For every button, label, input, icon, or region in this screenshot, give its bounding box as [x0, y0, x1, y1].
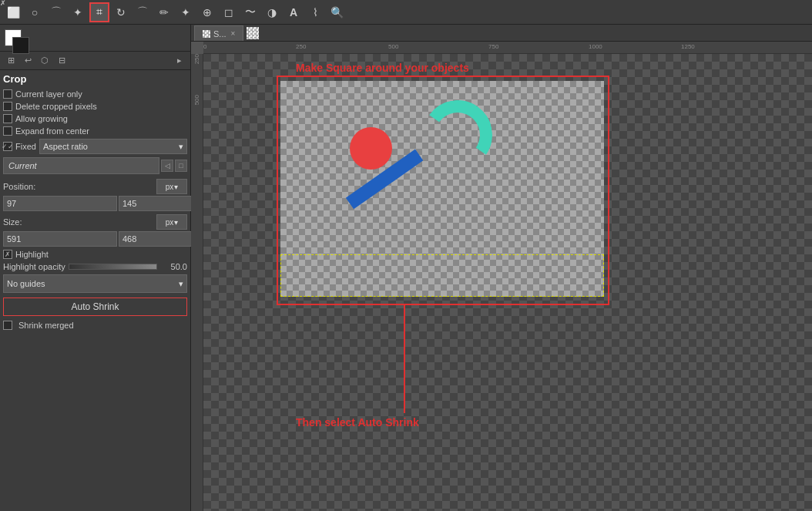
dodge-btn[interactable]: ◑ — [262, 2, 282, 22]
current-layer-label[interactable]: Current layer only — [15, 89, 82, 99]
size-w-input[interactable] — [3, 231, 117, 247]
app-container: ⬜ ○ ⌒ ✦ ⌗ ↻ ⌒ ✏ ✦ ⊕ ◻ 〜 ◑ A ⌇ 🔍 ⊞ — [0, 0, 812, 511]
size-label-row: Size: px ▾ — [3, 214, 187, 230]
shrink-merged-checkbox[interactable] — [3, 321, 12, 330]
highlight-checkbox[interactable]: ✗ — [3, 250, 12, 259]
annotation-line — [404, 305, 405, 413]
fixed-label: Fixed — [15, 142, 36, 151]
canvas-tab-checker[interactable]: S... × — [194, 25, 243, 41]
crop-panel: Crop Current layer only Delete cropped p… — [0, 70, 190, 511]
reset-icon[interactable]: ◁ — [161, 160, 173, 172]
heal-btn[interactable]: ✦ — [176, 2, 196, 22]
crop-selection-box — [280, 254, 604, 297]
canvas-tabs: S... × — [191, 25, 812, 42]
canvas-area: S... × 0 250 500 750 1000 1250 250 — [191, 25, 812, 511]
brushes-icon[interactable]: ⬡ — [37, 53, 52, 69]
ruler-numbers: 0 250 500 750 1000 1250 — [203, 42, 812, 53]
layers-icon[interactable]: ⊞ — [3, 53, 18, 69]
canvas-image — [280, 81, 604, 297]
current-layer-checkbox[interactable] — [3, 89, 12, 99]
expand-center-label[interactable]: Expand from center — [15, 126, 89, 136]
shrink-merged-label: Shrink merged — [18, 321, 74, 330]
smudge-btn[interactable]: 〜 — [240, 2, 260, 22]
opacity-value: 50.0 — [160, 262, 187, 271]
position-inputs — [3, 196, 187, 211]
rotate-btn[interactable]: ↻ — [111, 2, 131, 22]
current-layer-row: Current layer only — [3, 89, 187, 99]
dropdown-arrow: ▾ — [179, 142, 183, 152]
position-label: Position: — [3, 182, 35, 191]
text-btn[interactable]: A — [284, 2, 304, 22]
current-input[interactable] — [3, 157, 159, 174]
ruler-mark-1250: 1250 — [681, 43, 695, 50]
pos-x-input[interactable] — [3, 196, 117, 211]
ruler-mark-0: 0 — [203, 43, 206, 50]
brush-btn[interactable]: ✏ — [154, 2, 174, 22]
history-icon[interactable]: ↩ — [20, 53, 35, 69]
auto-shrink-button[interactable]: Auto Shrink — [3, 298, 187, 316]
position-label-row: Position: px ▾ — [3, 179, 187, 194]
panel-title: Crop — [3, 73, 187, 85]
canvas-wrapper[interactable]: Make Square around your objects — [203, 54, 812, 511]
current-icons: ◁ □ — [161, 160, 187, 172]
allow-growing-row: Allow growing — [3, 114, 187, 123]
ruler-vertical: 250 500 — [191, 54, 203, 511]
fuzzy-btn[interactable]: ✦ — [68, 2, 88, 22]
opacity-row: Highlight opacity 50.0 — [3, 262, 187, 271]
annotation-top: Make Square around your objects — [296, 62, 469, 74]
options-bar: ⊞ ↩ ⬡ ⊟ ▸ — [0, 52, 190, 70]
size-row: Size: px ▾ — [3, 214, 187, 247]
ellipse-btn[interactable]: ○ — [25, 2, 45, 22]
warp-btn[interactable]: ⌒ — [133, 2, 153, 22]
opacity-slider[interactable] — [69, 264, 157, 270]
top-toolbar: ⬜ ○ ⌒ ✦ ⌗ ↻ ⌒ ✏ ✦ ⊕ ◻ 〜 ◑ A ⌇ 🔍 — [0, 0, 812, 25]
delete-pixels-row: Delete cropped pixels — [3, 102, 187, 111]
left-panel: ⊞ ↩ ⬡ ⊟ ▸ Crop Current layer only Delete — [0, 25, 191, 511]
path-btn[interactable]: ⌇ — [305, 2, 325, 22]
annotation-bottom: Then select Auto Shrink — [296, 416, 419, 429]
shrink-merged-row: Shrink merged — [3, 321, 187, 330]
ruler-mark-250: 250 — [296, 43, 306, 50]
expand-center-checkbox[interactable] — [3, 126, 12, 136]
apply-icon[interactable]: □ — [175, 160, 187, 172]
guides-row: No guides ▾ — [3, 274, 187, 293]
allow-growing-checkbox[interactable] — [3, 114, 12, 123]
foreground-color-swatch[interactable] — [12, 37, 29, 54]
clone-btn[interactable]: ⊕ — [197, 2, 217, 22]
fixed-checkbox[interactable]: ✓ — [3, 142, 12, 151]
delete-pixels-checkbox[interactable] — [3, 102, 12, 111]
aspect-ratio-dropdown[interactable]: Aspect ratio ▾ — [39, 139, 187, 154]
size-label: Size: — [3, 217, 22, 227]
tab-close-icon[interactable]: × — [231, 29, 236, 38]
checkerboard — [280, 81, 604, 297]
expand-center-row: Expand from center — [3, 126, 187, 136]
color-swatches — [0, 25, 190, 52]
ruler-mark-1000: 1000 — [589, 43, 602, 50]
color-swatch-container — [5, 29, 22, 46]
current-row: ◁ □ — [3, 157, 187, 174]
guides-arrow: ▾ — [179, 279, 183, 289]
collapse-icon[interactable]: ▸ — [172, 53, 187, 69]
highlight-row: ✗ Highlight — [3, 250, 187, 259]
ruler-mark-500: 500 — [388, 43, 398, 50]
obj-arc — [418, 95, 498, 175]
size-inputs — [3, 231, 187, 247]
highlight-label: Highlight — [15, 250, 49, 259]
allow-growing-label[interactable]: Allow growing — [15, 114, 68, 123]
position-row: Position: px ▾ — [3, 179, 187, 211]
guides-label: No guides — [7, 279, 45, 288]
ruler-mark-750: 750 — [488, 43, 498, 50]
size-unit-select[interactable]: px ▾ — [156, 214, 187, 230]
obj-circle — [350, 127, 392, 170]
aspect-ratio-label: Aspect ratio — [43, 142, 88, 151]
patterns-icon[interactable]: ⊟ — [54, 53, 69, 69]
position-unit-select[interactable]: px ▾ — [156, 179, 187, 194]
main-area: ⊞ ↩ ⬡ ⊟ ▸ Crop Current layer only Delete — [0, 25, 812, 511]
crop-btn[interactable]: ⌗ — [89, 2, 109, 22]
opacity-label: Highlight opacity — [3, 262, 65, 271]
lasso-btn[interactable]: ⌒ — [46, 2, 66, 22]
erase-btn[interactable]: ◻ — [219, 2, 239, 22]
delete-pixels-label[interactable]: Delete cropped pixels — [15, 102, 97, 111]
zoom-btn[interactable]: 🔍 — [327, 2, 347, 22]
guides-select[interactable]: No guides ▾ — [3, 274, 187, 293]
